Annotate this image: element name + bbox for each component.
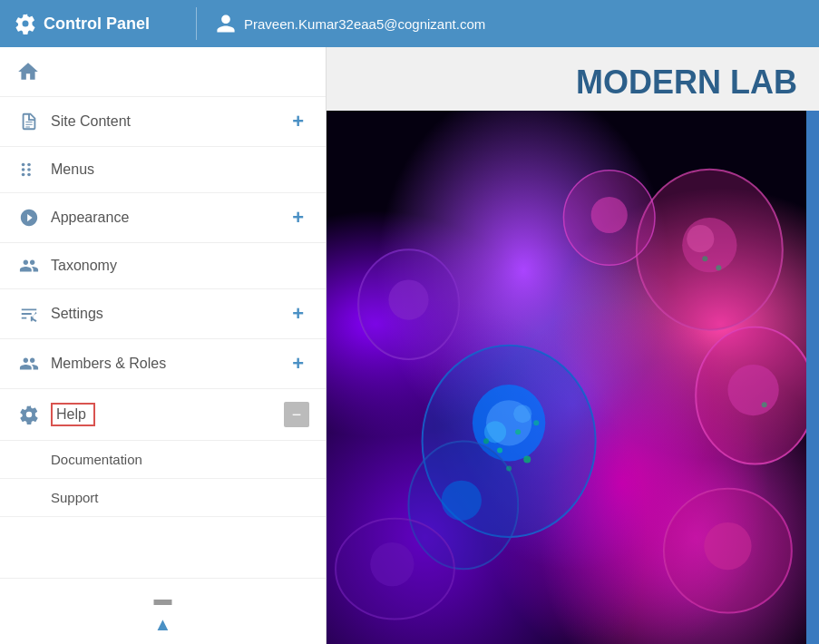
svg-point-30 [591, 197, 628, 233]
svg-point-4 [27, 168, 31, 171]
sidebar-item-taxonomy[interactable]: Taxonomy [0, 243, 326, 289]
help-gear-icon [19, 405, 39, 424]
svg-point-5 [27, 173, 31, 177]
sidebar-item-settings[interactable]: Settings + [0, 289, 326, 339]
appearance-plus[interactable]: + [287, 206, 309, 229]
svg-point-18 [687, 225, 714, 252]
scroll-down-arrow[interactable]: ▬ [154, 586, 172, 611]
svg-point-40 [716, 265, 721, 270]
settings-icon [16, 304, 42, 324]
right-accent-bar [806, 111, 819, 644]
settings-plus[interactable]: + [287, 302, 309, 326]
svg-point-0 [22, 163, 25, 167]
appearance-label: Appearance [51, 210, 287, 226]
support-label: Support [51, 490, 99, 505]
sidebar-item-help[interactable]: Help − [0, 389, 326, 441]
svg-point-39 [506, 466, 512, 472]
site-content-label: Site Content [51, 113, 287, 130]
site-content-icon [16, 112, 42, 132]
svg-point-3 [27, 163, 31, 167]
microscopy-background [327, 111, 819, 644]
appearance-icon [16, 208, 42, 228]
sidebar-scroll-controls: ▬ ▲ [0, 578, 326, 644]
page-title: MODERN LAB [327, 47, 819, 111]
main-content: MODERN LAB [327, 47, 819, 644]
svg-point-38 [533, 420, 539, 425]
hero-image [327, 111, 819, 644]
help-icon-wrapper [16, 405, 42, 424]
sidebar-item-members-roles[interactable]: Members & Roles + [0, 339, 326, 389]
control-panel-label: Control Panel [44, 15, 150, 34]
documentation-label: Documentation [51, 452, 142, 467]
svg-point-36 [515, 429, 521, 434]
settings-label: Settings [51, 306, 287, 322]
help-box: Help [51, 403, 95, 426]
main-layout: Site Content + Menus Appearance + [0, 47, 819, 644]
svg-point-24 [704, 522, 751, 570]
gear-icon [15, 13, 36, 34]
svg-point-11 [513, 405, 531, 423]
sidebar-subitem-documentation[interactable]: Documentation [0, 441, 326, 479]
svg-point-33 [370, 542, 414, 586]
svg-point-42 [762, 402, 767, 407]
sidebar-item-appearance[interactable]: Appearance + [0, 193, 326, 243]
svg-point-2 [22, 173, 25, 177]
taxonomy-icon [16, 256, 42, 276]
help-label: Help [56, 406, 86, 423]
menus-icon [16, 160, 42, 180]
svg-point-34 [523, 455, 531, 463]
members-roles-plus[interactable]: + [287, 352, 309, 376]
home-icon [16, 60, 40, 83]
svg-point-21 [727, 365, 778, 415]
user-email: Praveen.Kumar32eaa5@cognizant.com [244, 16, 485, 32]
sidebar-home-button[interactable] [0, 47, 326, 97]
help-collapse-button[interactable]: − [284, 402, 309, 427]
svg-point-27 [388, 279, 428, 319]
svg-point-1 [22, 168, 25, 171]
header-divider [196, 7, 197, 40]
svg-point-37 [483, 438, 489, 444]
members-roles-icon [16, 354, 42, 374]
header: Control Panel Praveen.Kumar32eaa5@cogniz… [0, 0, 819, 47]
svg-point-35 [497, 447, 502, 453]
header-user: Praveen.Kumar32eaa5@cognizant.com [215, 13, 485, 34]
sidebar-item-site-content[interactable]: Site Content + [0, 97, 326, 147]
svg-point-41 [702, 256, 707, 261]
taxonomy-label: Taxonomy [51, 258, 309, 274]
sidebar-subitem-support[interactable]: Support [0, 479, 326, 517]
svg-point-14 [442, 481, 482, 521]
menus-label: Menus [51, 161, 309, 178]
sidebar: Site Content + Menus Appearance + [0, 47, 327, 644]
sidebar-item-menus[interactable]: Menus [0, 147, 326, 193]
cells-svg [327, 111, 819, 644]
user-icon [215, 13, 237, 34]
site-content-plus[interactable]: + [287, 110, 309, 133]
members-roles-label: Members & Roles [51, 356, 287, 372]
scroll-up-arrow[interactable]: ▲ [154, 611, 172, 637]
control-panel-title: Control Panel [15, 13, 178, 34]
